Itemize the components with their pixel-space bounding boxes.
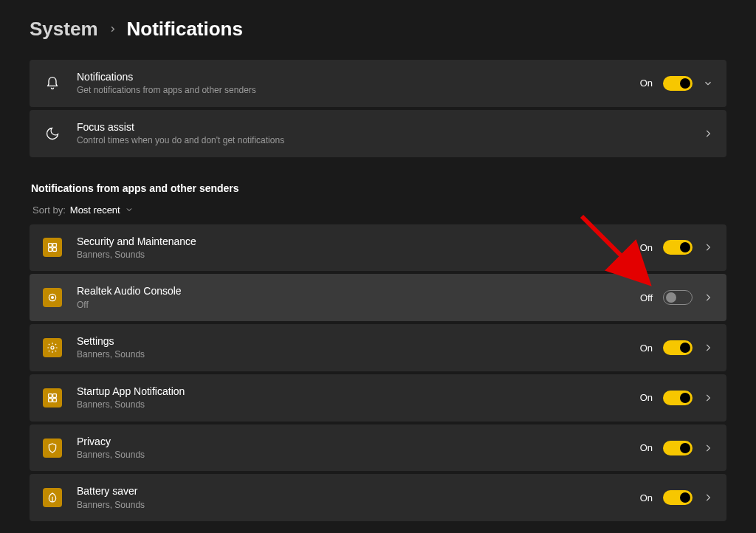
- toggle-state-label: On: [640, 343, 653, 354]
- row-subtitle: Control times when you do and don't get …: [77, 135, 688, 147]
- app-toggle[interactable]: [663, 340, 693, 355]
- toggle-state-label: On: [640, 492, 653, 503]
- app-notification-row[interactable]: Battery saverBanners, SoundsOn: [30, 474, 726, 521]
- app-row-text: PrivacyBanners, Sounds: [77, 435, 625, 461]
- focus-assist-text: Focus assist Control times when you do a…: [77, 120, 688, 147]
- breadcrumb-current: Notifications: [127, 18, 243, 41]
- chevron-right-icon[interactable]: [703, 128, 713, 139]
- notifications-master-toggle[interactable]: [663, 76, 693, 91]
- svg-rect-2: [49, 248, 52, 252]
- row-title: Settings: [77, 334, 625, 348]
- chevron-right-icon[interactable]: [703, 393, 713, 403]
- row-subtitle: Banners, Sounds: [77, 349, 625, 361]
- sort-label: Sort by:: [32, 204, 66, 216]
- row-subtitle: Banners, Sounds: [77, 450, 625, 461]
- moon-icon: [43, 126, 62, 141]
- row-title: Privacy: [77, 435, 625, 448]
- app-toggle[interactable]: [663, 441, 693, 455]
- sort-value: Most recent: [70, 204, 120, 216]
- app-row-text: Startup App NotificationBanners, Sounds: [77, 385, 625, 411]
- row-subtitle: Off: [77, 300, 625, 312]
- leaf-icon: [43, 488, 62, 507]
- toggle-state-label: On: [640, 78, 653, 89]
- row-title: Security and Maintenance: [77, 235, 625, 248]
- toggle-state-label: Off: [640, 292, 653, 303]
- chevron-down-icon: [125, 205, 134, 214]
- chevron-down-icon[interactable]: [703, 78, 713, 89]
- notifications-master-text: Notifications Get notifications from app…: [77, 70, 625, 97]
- svg-rect-9: [49, 398, 52, 402]
- breadcrumb: System Notifications: [30, 18, 726, 41]
- gear-icon: [43, 338, 62, 357]
- app-notification-row[interactable]: PrivacyBanners, SoundsOn: [30, 424, 726, 472]
- app-notification-row[interactable]: Startup App NotificationBanners, SoundsO…: [30, 374, 726, 422]
- row-title: Startup App Notification: [77, 385, 625, 398]
- chevron-right-icon[interactable]: [703, 242, 713, 252]
- row-title: Realtek Audio Console: [77, 284, 625, 298]
- app-row-text: Realtek Audio ConsoleOff: [77, 284, 625, 311]
- grid-icon: [43, 238, 62, 257]
- breadcrumb-parent[interactable]: System: [30, 18, 98, 41]
- toggle-state-label: On: [640, 392, 653, 403]
- notifications-master-row[interactable]: Notifications Get notifications from app…: [30, 60, 726, 107]
- app-toggle[interactable]: [663, 240, 693, 255]
- app-toggle[interactable]: [663, 290, 693, 305]
- app-row-text: Battery saverBanners, Sounds: [77, 484, 625, 511]
- chevron-right-icon[interactable]: [703, 292, 713, 303]
- row-subtitle: Banners, Sounds: [77, 500, 625, 512]
- focus-assist-row[interactable]: Focus assist Control times when you do a…: [30, 110, 726, 157]
- svg-rect-7: [49, 393, 52, 397]
- svg-point-5: [51, 296, 54, 299]
- row-subtitle: Banners, Sounds: [77, 399, 625, 411]
- row-subtitle: Get notifications from apps and other se…: [77, 85, 625, 97]
- sort-by-dropdown[interactable]: Sort by: Most recent: [32, 204, 726, 216]
- app-toggle[interactable]: [663, 490, 693, 505]
- grid-icon: [43, 388, 62, 408]
- circle-icon: [43, 288, 62, 307]
- row-title: Battery saver: [77, 484, 625, 498]
- chevron-right-icon[interactable]: [703, 343, 713, 353]
- shield-icon: [43, 439, 62, 458]
- app-notification-row[interactable]: Security and MaintenanceBanners, SoundsO…: [30, 224, 726, 272]
- app-row-text: SettingsBanners, Sounds: [77, 334, 625, 361]
- chevron-right-icon[interactable]: [703, 492, 713, 503]
- bell-icon: [43, 76, 62, 91]
- svg-rect-10: [53, 398, 57, 402]
- app-notification-row[interactable]: SettingsBanners, SoundsOn: [30, 324, 726, 371]
- toggle-state-label: On: [640, 442, 653, 453]
- app-toggle[interactable]: [663, 391, 693, 405]
- chevron-right-icon: [109, 25, 117, 33]
- row-title: Notifications: [77, 70, 625, 83]
- row-title: Focus assist: [77, 120, 688, 134]
- svg-rect-1: [53, 244, 57, 247]
- svg-rect-0: [49, 244, 52, 247]
- toggle-state-label: On: [640, 242, 653, 253]
- svg-rect-8: [53, 393, 57, 397]
- app-notification-row[interactable]: Realtek Audio ConsoleOffOff: [30, 274, 726, 321]
- chevron-right-icon[interactable]: [703, 443, 713, 453]
- svg-rect-3: [53, 248, 57, 252]
- app-row-text: Security and MaintenanceBanners, Sounds: [77, 235, 625, 261]
- apps-section-header: Notifications from apps and other sender…: [31, 182, 726, 194]
- svg-point-6: [51, 346, 54, 349]
- row-subtitle: Banners, Sounds: [77, 250, 625, 261]
